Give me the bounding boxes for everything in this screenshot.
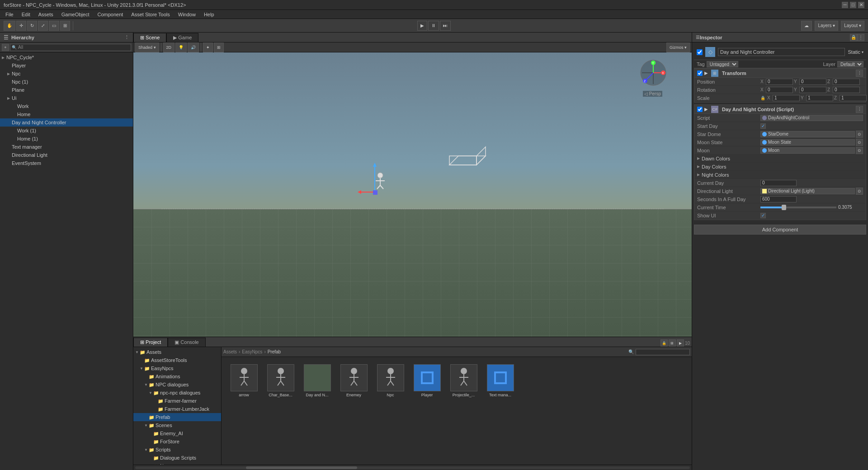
project-tree-item-easynpcs[interactable]: ▼📁EasyNpcs [133, 364, 221, 372]
project-tree-item-forstore[interactable]: 📁ForStore [133, 437, 221, 446]
hand-tool[interactable]: ✋ [4, 21, 15, 31]
scene-sound[interactable]: 🔊 [188, 42, 199, 52]
menu-component[interactable]: Component [94, 11, 127, 18]
hierarchy-item-directional-light[interactable]: Directional Light [0, 151, 133, 159]
scale-tool[interactable]: ⤢ [38, 21, 48, 31]
project-tree-item-scripts[interactable]: ▼📁Scripts [133, 446, 221, 454]
project-tree-item-animations[interactable]: 📁Animations [133, 372, 221, 381]
currenttime-slider[interactable] [760, 207, 836, 208]
dirlight-pick[interactable]: ⊙ [856, 188, 863, 195]
hierarchy-item-npc-(1)[interactable]: Npc (1) [0, 78, 133, 86]
asset-item-player[interactable]: Player [410, 362, 444, 399]
gameobject-enable[interactable] [697, 49, 703, 55]
asset-item-projectile_...[interactable]: Projectile_... [447, 362, 481, 399]
menu-edit[interactable]: Edit [18, 11, 34, 18]
hierarchy-item-home[interactable]: Home [0, 110, 133, 118]
hierarchy-item-ui[interactable]: ▶Ui [0, 94, 133, 102]
menu-assets[interactable]: Assets [35, 11, 57, 18]
menu-help[interactable]: Help [200, 11, 218, 18]
daynight-enable[interactable] [697, 107, 703, 112]
startday-check[interactable]: ✓ [760, 123, 766, 129]
scale-y[interactable] [806, 95, 833, 101]
stardome-pick[interactable]: ⊙ [856, 131, 863, 138]
hierarchy-item-npc[interactable]: ▶Npc [0, 70, 133, 78]
move-tool[interactable]: ✛ [16, 21, 26, 31]
tab-scene[interactable]: ⊞ Scene [133, 33, 166, 42]
transform-options[interactable]: ⋮ [856, 70, 863, 77]
moonstate-field[interactable]: Moon State [760, 139, 855, 146]
asset-item-text-mana...[interactable]: Text mana... [483, 362, 517, 399]
menu-assetstoretools[interactable]: Asset Store Tools [127, 11, 173, 18]
hierarchy-item-player[interactable]: Player [0, 61, 133, 70]
proj-options1[interactable]: 🔒 [660, 339, 668, 347]
breadcrumb-assets[interactable]: Assets [223, 349, 237, 354]
project-tree-item-prefab[interactable]: 📁Prefab [133, 413, 221, 421]
dirlight-field[interactable]: Directional Light (Light) [760, 188, 855, 194]
transform-header[interactable]: ▶ ⊞ Transform ⋮ [694, 69, 866, 78]
position-y[interactable] [799, 79, 826, 85]
transform-enable[interactable] [697, 70, 703, 76]
position-z[interactable] [833, 79, 860, 85]
minimize-button[interactable]: ─ [842, 2, 848, 8]
tab-console[interactable]: ▣ Console [168, 338, 205, 347]
project-tree-item-assetstoretools[interactable]: 📁AssetStoreTools [133, 356, 221, 364]
moon-pick[interactable]: ⊙ [856, 147, 863, 154]
project-search-input[interactable] [636, 349, 690, 355]
stardome-field[interactable]: StarDome [760, 131, 855, 137]
layer-select[interactable]: Default [837, 61, 863, 67]
scale-lock[interactable]: 🔒 [760, 96, 765, 100]
add-component-button[interactable]: Add Component [694, 225, 866, 235]
script-field[interactable]: DayAndNightControl [760, 115, 863, 121]
showui-check[interactable]: ✓ [760, 213, 766, 218]
layout-dropdown[interactable]: Layout ▾ [841, 21, 864, 31]
gameobject-name-input[interactable] [718, 48, 845, 56]
asset-item-char_base...[interactable]: Char_Base... [264, 362, 297, 399]
breadcrumb-prefab[interactable]: Prefab [268, 349, 281, 354]
rotation-z[interactable] [833, 87, 860, 93]
inspector-lock[interactable]: 🔒 [850, 34, 857, 41]
project-tree-item-dialogue-scripts[interactable]: 📁Dialogue Scripts [133, 454, 221, 462]
asset-item-npc[interactable]: Npc [373, 362, 407, 399]
breadcrumb-easynpcs[interactable]: EasyNpcs [242, 349, 262, 354]
rotation-x[interactable] [766, 87, 793, 93]
hierarchy-options[interactable]: ⋮ [124, 34, 129, 40]
slider-thumb[interactable] [782, 205, 786, 210]
tag-select[interactable]: Untagged [707, 61, 738, 67]
play-button[interactable]: ▶ [417, 21, 427, 31]
inspector-options[interactable]: ⋮ [857, 34, 864, 41]
project-tree-item-farmer-farmer[interactable]: 📁Farmer-farmer [133, 397, 221, 405]
position-x[interactable] [766, 79, 793, 85]
scene-lights[interactable]: 💡 [175, 42, 187, 52]
project-tree-item-npc-dialogues[interactable]: ▼📁NPC dialogues [133, 381, 221, 389]
hierarchy-item-plane[interactable]: Plane [0, 86, 133, 94]
project-tree-item-farmer-lumberjack[interactable]: 📁Farmer-LumberJack [133, 405, 221, 413]
tab-game[interactable]: ▶ Game [166, 33, 198, 42]
project-tree-item-npc-npc-dialogues[interactable]: ▼📁npc-npc dialogues [133, 389, 221, 397]
project-tree-item-enemy_ai[interactable]: 📁Enemy_AI [133, 429, 221, 437]
menu-file[interactable]: File [2, 11, 17, 18]
asset-item-enemey[interactable]: Enemey [337, 362, 371, 399]
dawncolors-section[interactable]: ▶ Dawn Colors [694, 155, 866, 163]
daynight-header[interactable]: ▶ C# Day And Night Control (Script) ⋮ [694, 105, 866, 114]
currentday-input[interactable] [760, 180, 797, 186]
moon-field[interactable]: Moon [760, 147, 855, 154]
step-button[interactable]: ⏭ [440, 21, 451, 31]
proj-options3[interactable]: ▶ [677, 339, 684, 347]
project-tree-item-assets[interactable]: ▼📁Assets [133, 348, 221, 356]
hierarchy-item-day-and-night-controller[interactable]: Day and Night Controller [0, 118, 133, 127]
nightcolors-section[interactable]: ▶ Night Colors [694, 171, 866, 179]
scene-2d[interactable]: 2D [163, 42, 175, 52]
hierarchy-item-home-(1)[interactable]: Home (1) [0, 135, 133, 143]
camera-gizmo[interactable]: X Y Z [640, 59, 667, 87]
seconds-input[interactable] [760, 196, 797, 202]
scene-grid[interactable]: ⊞ [214, 42, 224, 52]
cloud-button[interactable]: ☁ [801, 21, 812, 31]
rotation-y[interactable] [799, 87, 826, 93]
project-tree-item-scenes[interactable]: ▼📁Scenes [133, 421, 221, 429]
scale-z[interactable] [840, 95, 867, 101]
scene-effects[interactable]: ✦ [203, 42, 213, 52]
transform-tool[interactable]: ⊞ [60, 21, 70, 31]
proj-options2[interactable]: ⊞ [669, 339, 676, 347]
hierarchy-item-text-manager[interactable]: Text manager [0, 143, 133, 151]
menu-gameobject[interactable]: GameObject [58, 11, 93, 18]
